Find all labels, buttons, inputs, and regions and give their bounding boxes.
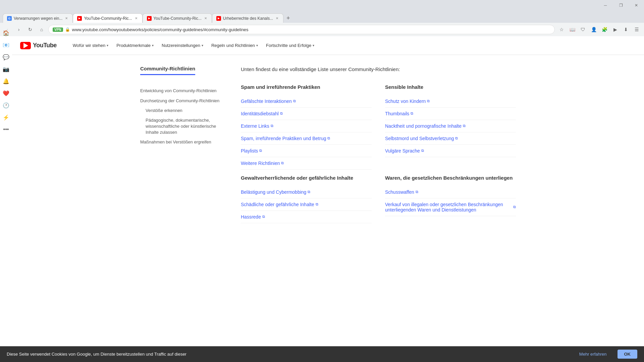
forward-button[interactable]: ›: [14, 25, 23, 34]
browser-sidebar: 🏠 📧 💬 📷 🔔 ❤️ 🕐 ⚡ •••: [0, 25, 12, 137]
link-schusswaffen[interactable]: Schusswaffen ⧉: [385, 186, 516, 198]
link-schutz[interactable]: Schutz von Kindern ⧉: [385, 95, 516, 108]
minimize-button[interactable]: ─: [598, 0, 613, 11]
gewalt-heading: Gewaltverherrlichende oder gefährliche I…: [241, 175, 372, 181]
tab-1-title: Verwarnungen wegen ein...: [14, 16, 62, 21]
link-identitat-text: Identitätsdiebstahl: [241, 111, 279, 116]
menu-button[interactable]: ☰: [632, 25, 641, 34]
tab-3[interactable]: ▶ YouTube-Community-Ric... ✕: [143, 13, 212, 23]
reader-button[interactable]: 📖: [568, 25, 577, 34]
ext-icon-2: ⧉: [271, 124, 273, 128]
nav-item-wofur[interactable]: Wofür wir stehen ▾: [73, 43, 108, 48]
link-playlists-text: Playlists: [241, 148, 258, 154]
sidebar-link-entwicklung[interactable]: Entwicklung von Community-Richtlinien: [140, 86, 221, 96]
link-weitere[interactable]: Weitere Richtlinien ⧉: [241, 157, 372, 170]
sidebar-link-durchsetzung[interactable]: Durchsetzung der Community-Richtlinien: [140, 96, 221, 106]
link-thumbnails[interactable]: Thumbnails ⧉: [385, 108, 516, 120]
link-schusswaffen-text: Schusswaffen: [385, 189, 414, 195]
home-button[interactable]: ⌂: [37, 25, 46, 34]
link-playlists[interactable]: Playlists ⧉: [241, 145, 372, 157]
tab-4[interactable]: ▶ Urheberrechte des Kanals... ✕: [212, 13, 283, 23]
spam-section: Spam und irreführende Praktiken Gefälsch…: [241, 84, 372, 170]
bottom-grid: Gewaltverherrlichende oder gefährliche I…: [241, 175, 516, 223]
link-externe[interactable]: Externe Links ⧉: [241, 120, 372, 132]
ext-icon-s1: ⧉: [411, 111, 413, 116]
link-verkauf[interactable]: Verkauf von illegalen oder gesetzlichen …: [385, 198, 516, 216]
youtube-logo-icon: [20, 42, 31, 49]
ext-icon-w0: ⧉: [416, 190, 418, 194]
nav-item-nutzer-label: Nutzereinstellungen: [162, 43, 200, 48]
sidebar-icon-favorites[interactable]: ❤️: [1, 88, 11, 98]
right-content: Unten findest du eine vollständige Liste…: [241, 66, 516, 223]
nav-item-produkt-label: Produktmerkmale: [116, 43, 151, 48]
address-bar[interactable]: VPN 🔒 www.youtube.com/howyoutubeworks/po…: [48, 25, 555, 34]
nav-item-wofur-chevron: ▾: [107, 44, 108, 47]
address-bar-row: ‹ › ↻ ⌂ VPN 🔒 www.youtube.com/howyoutube…: [0, 23, 644, 36]
new-tab-button[interactable]: +: [283, 13, 293, 23]
sidebar-icon-lightning[interactable]: ⚡: [1, 113, 11, 122]
link-vulgare-text: Vulgäre Sprache: [385, 148, 420, 154]
bookmark-button[interactable]: ☆: [557, 25, 566, 34]
link-gefaelschte[interactable]: Gefälschte Interaktionen ⧉: [241, 95, 372, 108]
download-button[interactable]: ⬇: [621, 25, 631, 34]
restore-button[interactable]: ❐: [613, 0, 629, 11]
spam-links: Gefälschte Interaktionen ⧉ Identitätsdie…: [241, 95, 372, 170]
ext-icon-s4: ⧉: [421, 148, 424, 153]
link-schadliche[interactable]: Schädliche oder gefährliche Inhalte ⧉: [241, 198, 372, 211]
nav-item-nutzer-chevron: ▾: [202, 44, 203, 47]
sensible-section: Sensible Inhalte Schutz von Kindern ⧉ Th…: [385, 84, 516, 170]
link-belastigung-text: Belästigung und Cybermobbing: [241, 189, 306, 195]
play-button[interactable]: ▶: [610, 25, 620, 34]
tab-1-close[interactable]: ✕: [64, 16, 68, 21]
link-spam[interactable]: Spam, irreführende Praktiken und Betrug …: [241, 132, 372, 145]
nav-item-produkt[interactable]: Produktmerkmale ▾: [116, 43, 154, 48]
nav-item-fortschritte-chevron: ▾: [313, 44, 314, 47]
waren-heading: Waren, die gesetzlichen Beschränkungen u…: [385, 175, 516, 181]
tab-2-close[interactable]: ✕: [134, 16, 138, 21]
sidebar-link-padagogische[interactable]: Pädagogische, dokumentarische, wissensch…: [140, 116, 221, 137]
sidebar-icon-email[interactable]: 📧: [1, 40, 11, 50]
ext-icon-5: ⧉: [281, 161, 284, 165]
tab-3-close[interactable]: ✕: [204, 16, 208, 21]
tab-4-close[interactable]: ✕: [275, 16, 279, 21]
nav-item-regeln[interactable]: Regeln und Richtlinien ▾: [211, 43, 258, 48]
link-nacktheit[interactable]: Nacktheit und pornografische Inhalte ⧉: [385, 120, 516, 132]
extensions-button[interactable]: 🧩: [600, 25, 609, 34]
reload-button[interactable]: ↻: [25, 25, 35, 34]
link-selbstmord[interactable]: Selbstmord und Selbstverletzung ⧉: [385, 132, 516, 145]
link-vulgare[interactable]: Vulgäre Sprache ⧉: [385, 145, 516, 157]
ext-icon-s3: ⧉: [455, 136, 458, 140]
nav-item-fortschritte[interactable]: Fortschritte und Erfolge ▾: [266, 43, 314, 48]
close-button[interactable]: ✕: [629, 0, 644, 11]
youtube-logo[interactable]: YouTube: [20, 42, 57, 49]
sidebar-icon-notifications[interactable]: 🔔: [1, 76, 11, 86]
sidebar-icon-more[interactable]: •••: [1, 125, 11, 134]
link-selbstmord-text: Selbstmord und Selbstverletzung: [385, 136, 454, 141]
tab-4-favicon: ▶: [216, 16, 221, 21]
shield-button[interactable]: 🛡: [578, 25, 588, 34]
link-hassrede[interactable]: Hassrede ⧉: [241, 211, 372, 223]
sidebar-link-massnahmen[interactable]: Maßnahmen bei Verstößen ergreifen: [140, 137, 221, 147]
link-thumbnails-text: Thumbnails: [385, 111, 409, 116]
sidebar-icon-instagram[interactable]: 📷: [1, 64, 11, 74]
account-button[interactable]: 👤: [589, 25, 598, 34]
sidebar-icon-home[interactable]: 🏠: [1, 28, 11, 38]
tab-1[interactable]: G Verwarnungen wegen ein... ✕: [3, 13, 73, 23]
ext-icon-3: ⧉: [327, 136, 330, 140]
browser-window: ─ ❐ ✕ G Verwarnungen wegen ein... ✕ ▶ Yo…: [0, 0, 644, 36]
sidebar-icon-history[interactable]: 🕐: [1, 101, 11, 110]
ext-icon-g1: ⧉: [316, 202, 318, 206]
link-nacktheit-text: Nacktheit und pornografische Inhalte: [385, 123, 462, 129]
lock-icon: 🔒: [65, 27, 70, 32]
tab-2[interactable]: ▶ YouTube-Community-Ric... ✕: [73, 13, 142, 23]
ext-icon-4: ⧉: [259, 148, 262, 153]
link-belastigung[interactable]: Belästigung und Cybermobbing ⧉: [241, 186, 372, 198]
sidebar-link-verstosse[interactable]: Verstöße erkennen: [140, 106, 221, 115]
nav-item-nutzer[interactable]: Nutzereinstellungen ▾: [162, 43, 203, 48]
ext-icon-s2: ⧉: [463, 124, 466, 128]
sidebar-icon-messenger[interactable]: 💬: [1, 52, 11, 62]
sensible-links: Schutz von Kindern ⧉ Thumbnails ⧉ Nackth…: [385, 95, 516, 157]
link-spam-text: Spam, irreführende Praktiken und Betrug: [241, 136, 326, 141]
ext-icon-w1: ⧉: [513, 205, 516, 209]
link-identitat[interactable]: Identitätsdiebstahl ⧉: [241, 108, 372, 120]
